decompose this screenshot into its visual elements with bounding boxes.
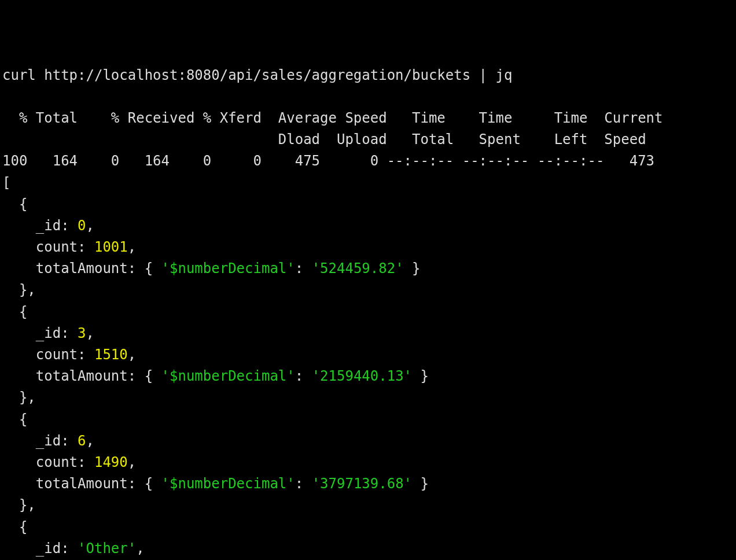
- progress-row: 100 164 0 164 0 0 475 0 --:--:-- --:--:-…: [2, 153, 654, 169]
- blank-line: [2, 89, 10, 105]
- terminal-output[interactable]: curl http://localhost:8080/api/sales/agg…: [2, 65, 734, 560]
- json-body: { _id: 0, count: 1001, totalAmount: { '$…: [2, 194, 734, 560]
- json-open-bracket: [: [2, 175, 10, 191]
- progress-header-2: Dload Upload Total Spent Left Speed: [2, 131, 646, 148]
- command-line: curl http://localhost:8080/api/sales/agg…: [2, 67, 512, 83]
- progress-header-1: % Total % Received % Xferd Average Speed…: [2, 110, 663, 126]
